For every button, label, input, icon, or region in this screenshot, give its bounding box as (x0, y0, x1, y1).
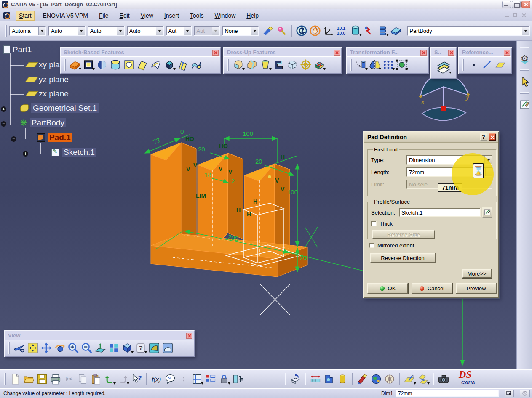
normal-view-icon[interactable] (94, 341, 107, 355)
toolbar-grip[interactable] (350, 59, 352, 71)
hole-icon[interactable] (122, 58, 136, 72)
window-panel-icon[interactable] (505, 390, 514, 397)
pocket-icon[interactable] (82, 58, 95, 72)
undo-icon[interactable] (103, 372, 116, 386)
selection-input[interactable]: Sketch.1 (399, 208, 481, 217)
expand-icon[interactable]: + (23, 151, 28, 157)
filter-combo-2[interactable]: Auto (48, 26, 86, 36)
spinner-icon[interactable] (485, 168, 492, 176)
rotate-icon[interactable] (53, 341, 67, 355)
toolbar-grip[interactable] (4, 373, 6, 385)
comment-icon[interactable] (163, 372, 177, 386)
scaling-icon[interactable] (395, 58, 409, 72)
ok-button[interactable]: OK (367, 283, 408, 294)
thread-tap-icon[interactable] (299, 58, 313, 72)
eyedropper-icon[interactable] (275, 24, 288, 38)
render-style-icon[interactable] (147, 341, 161, 355)
open-folder-icon[interactable] (22, 372, 35, 386)
measure-between-icon[interactable] (309, 372, 322, 386)
tree-item-zx-plane[interactable]: zx plane (27, 89, 69, 98)
paint-tracker-icon[interactable] (261, 24, 275, 38)
measure-inertia-icon[interactable] (336, 372, 349, 386)
collapse-icon[interactable]: − (1, 121, 6, 127)
reverse-direction-button[interactable]: Reverse Direction (370, 253, 436, 263)
save-icon[interactable] (35, 372, 49, 386)
chevron-down-icon[interactable] (117, 27, 124, 35)
shell-icon[interactable] (272, 58, 286, 72)
fly-mode-icon[interactable] (13, 341, 26, 355)
stack-icon[interactable] (376, 24, 389, 38)
3d-compass[interactable]: x y (413, 71, 476, 125)
sketch-tools-icon[interactable] (403, 372, 417, 386)
minimize-button[interactable] (502, 1, 511, 8)
close-icon[interactable] (448, 50, 454, 56)
rectangular-pattern-icon[interactable] (382, 58, 395, 72)
exploded-view-icon[interactable] (289, 372, 302, 386)
snap-grid-icon[interactable]: 10.110.0 (335, 24, 349, 38)
close-icon[interactable] (420, 50, 427, 56)
help-icon[interactable]: ? (480, 133, 487, 141)
camera-icon[interactable] (437, 372, 450, 386)
sketch-analysis-icon[interactable] (417, 372, 430, 386)
chamfer-icon[interactable] (245, 58, 259, 72)
maximize-button[interactable] (512, 1, 521, 8)
menu-view[interactable]: View (138, 11, 156, 20)
toolbar-grip[interactable] (520, 69, 529, 71)
dim-parameter-input[interactable]: 72mm (396, 390, 499, 397)
menu-help[interactable]: Help (244, 11, 261, 20)
compass-origin-handle[interactable] (441, 106, 446, 111)
more-button[interactable]: More>> (462, 269, 492, 278)
remove-face-icon[interactable] (313, 58, 326, 72)
filter-combo-3[interactable]: Auto (88, 26, 125, 36)
toolbar-grip[interactable] (8, 342, 10, 354)
preview-button[interactable]: Preview (456, 283, 497, 294)
close-icon[interactable] (334, 50, 340, 56)
material-library-icon[interactable] (369, 372, 383, 386)
close-icon[interactable] (186, 333, 192, 339)
close-icon[interactable] (212, 50, 219, 56)
mirror-icon[interactable] (368, 58, 382, 72)
line-icon[interactable] (480, 58, 494, 72)
sketch-picker-icon[interactable] (482, 207, 492, 218)
multi-view-icon[interactable] (107, 341, 120, 355)
close-button[interactable] (521, 1, 530, 8)
chevron-down-icon[interactable] (38, 27, 45, 35)
mdi-restore-icon[interactable] (513, 13, 517, 17)
pad-icon[interactable] (68, 58, 82, 72)
surfaces-icon[interactable] (435, 58, 452, 75)
filter-combo-5[interactable]: Aut (166, 26, 192, 36)
thick-checkbox[interactable] (371, 221, 377, 226)
stiffener-icon[interactable] (176, 58, 190, 72)
iso-view-ic on[interactable] (120, 341, 134, 355)
chevron-down-icon[interactable] (184, 27, 191, 35)
toolbar-grip[interactable] (291, 25, 292, 37)
shaft-icon[interactable] (95, 58, 109, 72)
zoom-in-icon[interactable] (67, 341, 80, 355)
plane-icon[interactable] (494, 58, 507, 72)
chevron-down-icon[interactable] (484, 156, 492, 164)
chevron-down-icon[interactable] (522, 27, 529, 35)
rib-icon[interactable] (136, 58, 149, 72)
point-icon[interactable] (467, 58, 480, 72)
pan-icon[interactable] (40, 341, 53, 355)
print-icon[interactable] (49, 372, 62, 386)
mirrored-extent-checkbox[interactable] (369, 243, 374, 248)
design-table-icon[interactable] (204, 372, 217, 386)
part-feature-icon[interactable] (349, 24, 362, 38)
tree-item-yz-plane[interactable]: yz plane (27, 75, 69, 84)
menu-tools[interactable]: Tools (187, 11, 206, 20)
zoom-out-icon[interactable] (80, 341, 94, 355)
chevron-down-icon[interactable] (156, 27, 163, 35)
wheel-icon[interactable] (383, 372, 396, 386)
tree-item-part1[interactable]: Part1 (3, 45, 32, 54)
edge-fillet-icon[interactable] (232, 58, 245, 72)
menu-start[interactable]: Start (16, 11, 35, 21)
active-body-combo[interactable]: PartBody (407, 26, 530, 36)
select-cursor-icon[interactable] (518, 74, 532, 89)
toolbar-grip[interactable] (462, 59, 464, 71)
chevron-down-icon[interactable] (251, 27, 258, 35)
measure-item-icon[interactable] (322, 372, 336, 386)
new-document-icon[interactable] (8, 372, 22, 386)
solid-combine-icon[interactable] (163, 58, 176, 72)
chevron-down-icon[interactable] (78, 27, 85, 35)
